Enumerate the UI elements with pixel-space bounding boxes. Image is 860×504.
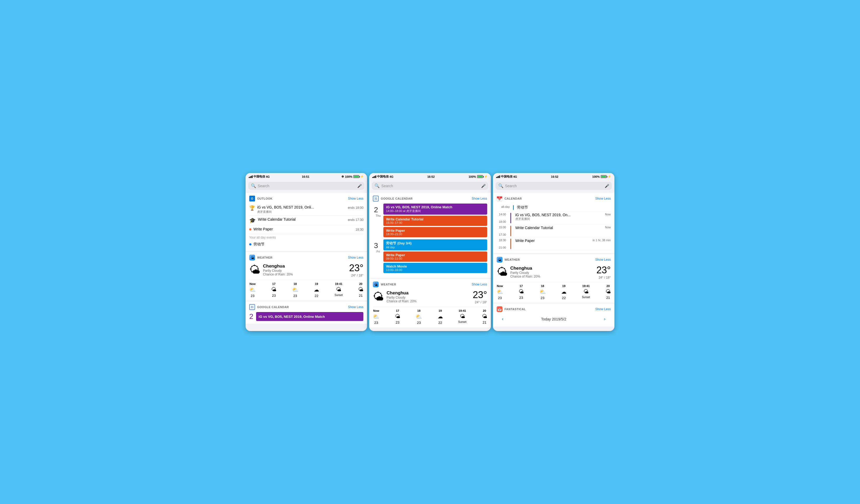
battery-icon-3 xyxy=(601,175,606,178)
location-icon-1: ⊕ xyxy=(342,175,344,178)
timeline-row-ig[interactable]: 14:00 18:00 iG vs VG, BO5, NEST 2019, On… xyxy=(497,212,611,225)
google-cal-preview-show-less[interactable]: Show Less xyxy=(348,305,363,309)
timeline-row-wct[interactable]: 15:00 17:30 Write Calendar Tutorial Now xyxy=(497,225,611,238)
google-cal-show-less[interactable]: Show Less xyxy=(472,197,487,201)
cal-thu-label: Thu xyxy=(376,214,381,217)
signal-bars-3 xyxy=(496,175,500,178)
outlook-show-less[interactable]: Show Less xyxy=(348,197,363,201)
google-cal-title: GOOGLE CALENDAR xyxy=(381,197,413,200)
google-cal-icon-preview: 31 xyxy=(249,304,255,310)
event-item-2[interactable]: 🎓 Write Calendar Tutorial ends 17:30 xyxy=(249,216,363,225)
google-cal-preview-section: 31 GOOGLE CALENDAR Show Less 2 iG vs VG,… xyxy=(246,301,367,324)
scroll-content-3[interactable]: 2 📅 CALENDAR Show Less all-day 劳动节 xyxy=(493,192,614,331)
timeline-title-wct: Write Calendar Tutorial xyxy=(515,226,602,230)
status-right-1: ⊕ 100% ⚡ xyxy=(342,175,364,178)
mic-icon-1[interactable]: 🎤 xyxy=(357,184,362,188)
google-cal-preview-row[interactable]: 2 iG vs VG, BO5, NEST 2019, Online Match xyxy=(249,312,363,321)
weather-hour-18-1: 18 ⛅ 23 xyxy=(292,282,299,298)
search-bar-2[interactable]: 🔍 Search 🎤 xyxy=(372,182,488,190)
trophy-icon-1: 🏆 xyxy=(249,205,255,211)
phone-screen-3: 中国电信 4G 16:52 100% ⚡ 🔍 Search 🎤 xyxy=(493,173,614,331)
search-bar-1[interactable]: 🔍 Search 🎤 xyxy=(248,182,364,190)
time-2: 16:52 xyxy=(427,175,435,178)
outlook-title-row: O OUTLOOK xyxy=(249,196,273,202)
allday-row-cal: all-day 劳动节 xyxy=(497,204,611,212)
outlook-icon: O xyxy=(249,196,255,202)
weather-hour-sunset-1: 19:41 🌤 Sunset xyxy=(335,282,343,298)
weather-title-row-3: 🌤 WEATHER xyxy=(497,257,520,263)
weather-show-less-3[interactable]: Show Less xyxy=(595,258,611,262)
preview-event-block: iG vs VG, BO5, NEST 2019, Online Match xyxy=(256,312,363,321)
search-container-3: 🔍 Search 🎤 xyxy=(493,180,614,192)
preview-event-title: iG vs VG, BO5, NEST 2019, Online Match xyxy=(259,315,325,318)
search-icon-3: 🔍 xyxy=(498,183,503,188)
weather-main-1: 🌤 Chenghua Partly Cloudy Chance of Rain:… xyxy=(249,263,363,277)
google-cal-preview-title-row: 31 GOOGLE CALENDAR xyxy=(249,304,289,310)
carrier-2: 中国电信 xyxy=(377,175,389,179)
fantastical-show-less[interactable]: Show Less xyxy=(595,307,611,311)
cal-event-wct[interactable]: Write Calendar Tutorial 15:00–17:30 xyxy=(383,216,487,226)
cal-event-movie[interactable]: Watch Movie 13:00–16:00 xyxy=(383,263,487,273)
cal-day-thu: 2 Thu iG vs VG, BO5, NEST 2019, Online M… xyxy=(373,204,487,237)
status-left-3: 中国电信 4G xyxy=(496,175,517,179)
weather-icon-2: 🌤 xyxy=(373,281,378,287)
weather-header-1: 🌤 WEATHER Show Less xyxy=(249,255,363,261)
timeline-times-wct: 15:00 17:30 xyxy=(497,226,506,236)
weather-show-less-1[interactable]: Show Less xyxy=(348,256,363,260)
cal-event-ig[interactable]: iG vs VG, BO5, NEST 2019, Online Match 1… xyxy=(383,204,487,214)
timeline-row-wp[interactable]: 18:30 21:00 Write Paper in 1 hr, 38 min xyxy=(497,238,611,250)
cal-event-ig-title: iG vs VG, BO5, NEST 2019, Online Match xyxy=(386,205,484,209)
timeline-content-ig: iG vs VG, BO5, NEST 2019, On... 虎牙直播间 xyxy=(515,213,602,223)
event-title-3: Write Paper xyxy=(254,227,356,231)
signal-bars-2 xyxy=(372,175,376,178)
cal-fri-row: 3 Fri 劳动节 (Day 3/4) All day Write Paper … xyxy=(373,239,487,273)
weather-section-3: 🌤 WEATHER Show Less 🌤 Chenghua Partly Cl… xyxy=(493,254,614,302)
carrier-3: 中国电信 xyxy=(501,175,513,179)
weather-show-less-2[interactable]: Show Less xyxy=(472,283,487,286)
calendar-section: 2 📅 CALENDAR Show Less all-day 劳动节 xyxy=(493,193,614,253)
weather-temp-2: 23° xyxy=(473,290,487,300)
search-icon-2: 🔍 xyxy=(374,183,380,188)
search-container-1: 🔍 Search 🎤 xyxy=(246,180,367,192)
cal-fri-events: 劳动节 (Day 3/4) All day Write Paper 09:00–… xyxy=(383,239,487,273)
event-item-1[interactable]: 🏆 iG vs VG, BO5, NEST 2019, Onli... 虎牙直播… xyxy=(249,204,363,216)
status-left-1: 中国电信 4G xyxy=(249,175,270,179)
search-placeholder-3: Search xyxy=(505,184,603,188)
weather-temp-group-1: 23° 24° / 18° xyxy=(349,263,363,277)
fantastical-prev-button[interactable]: ‹ xyxy=(502,316,503,322)
cal-thu-date: 2 Thu xyxy=(373,204,383,237)
event-details-3: Write Paper xyxy=(254,227,356,231)
cal-thu-events: iG vs VG, BO5, NEST 2019, Online Match 1… xyxy=(383,204,487,237)
search-placeholder-2: Search xyxy=(381,184,479,188)
search-bar-3[interactable]: 🔍 Search 🎤 xyxy=(496,182,612,190)
mic-icon-2[interactable]: 🎤 xyxy=(481,184,486,188)
hat-icon: 🎓 xyxy=(249,217,256,224)
cal-fri-label: Fri xyxy=(376,250,380,253)
cal-event-wp1[interactable]: Write Paper 18:30–21:00 xyxy=(383,227,487,237)
event-time-2: ends 17:30 xyxy=(348,217,363,222)
event-title-2: Write Calendar Tutorial xyxy=(258,217,348,221)
status-left-2: 中国电信 4G xyxy=(372,175,393,179)
timeline-title-ig: iG vs VG, BO5, NEST 2019, On... xyxy=(515,213,602,217)
scroll-content-2[interactable]: 31 GOOGLE CALENDAR Show Less 2 Thu xyxy=(369,192,491,331)
cal-fri-date: 3 Fri xyxy=(373,239,383,273)
carrier-1: 中国电信 xyxy=(254,175,265,179)
calendar-show-less[interactable]: Show Less xyxy=(595,197,611,201)
event-location-1: 虎牙直播间 xyxy=(257,210,348,214)
outlook-header: O OUTLOOK Show Less xyxy=(249,196,363,202)
cal-event-wp2-time: 09:00–11:00 xyxy=(386,257,484,260)
outlook-title: OUTLOOK xyxy=(257,197,273,200)
fantastical-next-button[interactable]: › xyxy=(604,316,605,322)
allday-event-1[interactable]: 劳动节 xyxy=(249,240,363,248)
mic-icon-3[interactable]: 🎤 xyxy=(605,184,609,188)
weather-temp-group-2: 23° 24° / 18° xyxy=(473,290,487,304)
cal-event-labor[interactable]: 劳动节 (Day 3/4) All day xyxy=(383,239,487,250)
event-item-3[interactable]: Write Paper 18:30 xyxy=(249,225,363,233)
cal-event-wp2[interactable]: Write Paper 09:00–11:00 xyxy=(383,251,487,262)
timeline-badge-wp: in 1 hr, 38 min xyxy=(592,239,611,249)
weather-icon-1: 🌤 xyxy=(249,255,255,261)
weather-rain-3: Chance of Rain: 20% xyxy=(510,275,594,278)
scroll-content-1[interactable]: O OUTLOOK Show Less 🏆 iG vs VG, BO5, NES… xyxy=(246,192,367,331)
timeline-bar-wct xyxy=(510,226,511,236)
timeline-bar-wp xyxy=(510,239,511,249)
